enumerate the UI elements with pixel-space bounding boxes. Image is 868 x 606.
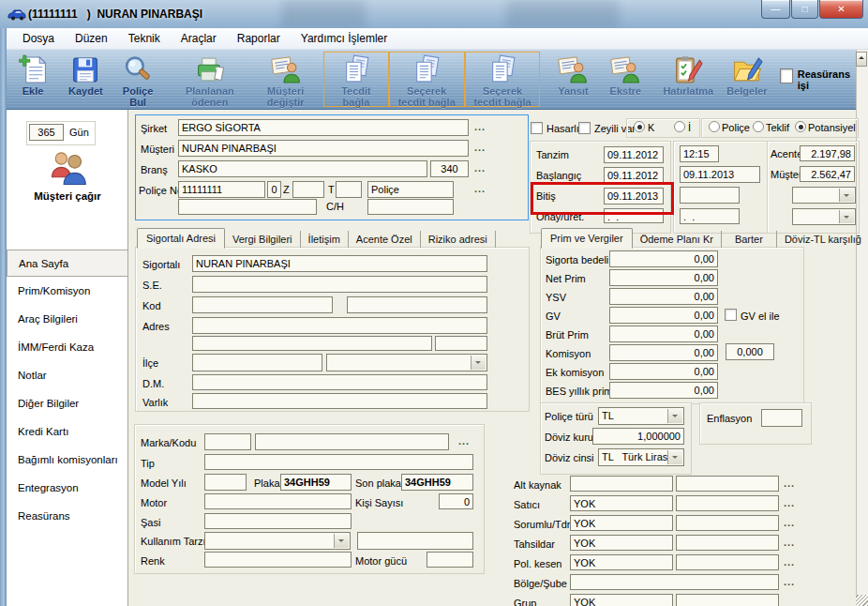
brans-field[interactable]: KASKO — [178, 160, 427, 177]
adres-field-1[interactable] — [192, 317, 487, 334]
scrollbar-up-arrow-icon[interactable] — [856, 52, 867, 67]
brut-prim-field[interactable]: 0,00 — [609, 326, 718, 342]
pol-kesen-lookup-button[interactable]: ... — [784, 556, 795, 568]
se-field[interactable] — [192, 276, 487, 293]
sidebar-item-kredi-karti[interactable]: Kredi Kartı — [7, 418, 128, 446]
marka-kodu-field[interactable] — [204, 433, 251, 450]
komisyon-oran-field[interactable]: 0,000 — [726, 343, 774, 360]
secerek-tecdit-bagla-button-2[interactable]: Seçerek tecdit bağla — [465, 52, 541, 107]
varlik-field[interactable] — [192, 393, 487, 409]
teklif-radio[interactable] — [753, 121, 764, 132]
hatirlatma-button[interactable]: Hatırlatma — [656, 52, 720, 107]
musteri-amount-field[interactable]: 2.562,47 — [800, 166, 855, 182]
alt-kaynak-field-1[interactable] — [570, 476, 673, 492]
tecdit-bagla-button[interactable]: Tecdit bağla — [323, 52, 389, 107]
onay-date-field[interactable]: . . — [604, 208, 664, 223]
tanzim-time-field[interactable]: 12:15 — [680, 145, 719, 162]
maximize-button[interactable]: □ — [791, 0, 818, 19]
sidebar-item-bagimli-komisyonlari[interactable]: Bağımlı komisyonları — [7, 447, 128, 474]
tab-sigortali-adresi[interactable]: Sigortalı Adresi — [137, 228, 225, 249]
tab-doviz-tl-karsiligi[interactable]: Döviz-TL karşılığ — [777, 231, 868, 248]
kaydet-button[interactable]: Kaydet — [62, 52, 110, 107]
tab-iletisim[interactable]: İletişim — [301, 231, 349, 248]
adres-field-2[interactable] — [192, 336, 432, 351]
musteri-field[interactable]: NURAN PINARBAŞI — [178, 140, 469, 157]
chevron-down-icon[interactable] — [839, 210, 854, 223]
brans-kodu-field[interactable]: 340 — [430, 160, 469, 177]
dm-field[interactable] — [192, 374, 487, 390]
menu-item-dosya[interactable]: Dosya — [12, 30, 65, 47]
baslangic-date-field[interactable]: 09.11.2012 — [604, 167, 664, 184]
police-no-lookup-button[interactable]: ... — [474, 183, 486, 194]
minimize-button[interactable]: — — [761, 0, 790, 19]
brans-lookup-button[interactable]: ... — [474, 162, 486, 174]
kullanim-tarzi-extra-field[interactable] — [357, 532, 473, 550]
sorumlu-tdr-lookup-button[interactable]: ... — [784, 517, 795, 528]
alt-kaynak-field-2[interactable] — [676, 476, 779, 492]
zeyili-var-checkbox[interactable] — [578, 122, 591, 134]
komisyon-field[interactable]: 0,00 — [609, 344, 718, 361]
doviz-kuru-field[interactable]: 1,000000 — [592, 428, 684, 445]
hasarli-checkbox[interactable] — [531, 122, 543, 134]
reasurans-isi-checkbox[interactable] — [780, 68, 793, 83]
son-plaka-field[interactable]: 34GHH59 — [401, 474, 473, 491]
tahsildar-field-1[interactable]: YOK — [570, 535, 673, 551]
menu-item-yardimci-islemler[interactable]: Yardımcı İşlemler — [291, 30, 397, 47]
sigortali-field[interactable]: NURAN PINARBAŞI — [192, 255, 487, 272]
tab-barter[interactable]: Barter — [722, 231, 777, 248]
baslangic-bitis-date-field[interactable]: 09.11.2013 — [680, 166, 760, 183]
planlanan-odenen-button[interactable]: Planlanan ödenen — [172, 52, 247, 107]
police-extra-field[interactable] — [178, 199, 317, 215]
menu-item-duzen[interactable]: Düzen — [65, 30, 118, 47]
k-radio[interactable] — [634, 121, 645, 132]
sigorta-bedeli-field[interactable]: 0,00 — [609, 250, 718, 267]
sorumlu-tdr-field-2[interactable] — [676, 515, 779, 531]
chevron-down-icon[interactable] — [471, 356, 486, 370]
kod-field-1[interactable] — [192, 296, 333, 313]
bitis-date-field[interactable]: 09.11.2013 — [604, 188, 664, 205]
sasi-field[interactable] — [204, 513, 352, 529]
ekle-button[interactable]: Ekle — [9, 52, 56, 107]
renk-field[interactable] — [204, 552, 352, 568]
musteri-lookup-button[interactable]: ... — [474, 142, 486, 153]
police-no-field[interactable]: 11111111 — [178, 181, 265, 198]
sidebar-item-arac-bilgileri[interactable]: Araç Bilgileri — [7, 306, 128, 333]
ilce-field[interactable] — [192, 354, 322, 371]
i-radio[interactable] — [674, 121, 685, 132]
plaka-field[interactable]: 34GHH59 — [280, 474, 352, 491]
marka-lookup-button[interactable]: ... — [458, 435, 470, 447]
days-input[interactable]: 365 — [29, 124, 64, 141]
potansiyel-radio[interactable] — [795, 121, 806, 132]
musteri-cagir-button[interactable]: Müşteri çağır — [21, 150, 114, 203]
sidebar-item-notlar[interactable]: Notlar — [7, 362, 128, 389]
police-radio[interactable] — [709, 121, 720, 132]
sidebar-item-entegrasyon[interactable]: Entegrasyon — [7, 475, 128, 502]
tahsildar-field-2[interactable] — [676, 535, 779, 551]
ysv-field[interactable]: 0,00 — [609, 288, 718, 305]
marka-adi-field[interactable] — [255, 433, 449, 450]
pol-kesen-field-2[interactable] — [676, 554, 779, 570]
ilce-combo[interactable] — [326, 354, 487, 371]
police-bul-button[interactable]: Poliçe Bul — [110, 52, 167, 107]
sidebar-item-reasurans[interactable]: Reasürans — [7, 503, 128, 530]
adres-field-3[interactable] — [435, 336, 487, 351]
ch-field[interactable] — [367, 199, 454, 215]
motor-field[interactable] — [204, 493, 352, 509]
chevron-down-icon[interactable] — [334, 534, 349, 548]
doviz-cinsi-combo[interactable]: TL Türk Lirası — [598, 448, 684, 466]
yansit-button[interactable]: Yansıt — [549, 52, 596, 107]
bolge-sube-field[interactable] — [570, 574, 779, 590]
sirket-field[interactable]: ERGO SİGORTA — [178, 119, 469, 136]
tab-prim-ve-vergiler[interactable]: Prim ve Vergiler — [541, 228, 633, 249]
ek-komisyon-field[interactable]: 0,00 — [609, 363, 718, 380]
gv-field[interactable]: 0,00 — [609, 307, 718, 324]
belgeler-button[interactable]: Belgeler — [720, 52, 773, 107]
close-button[interactable]: ✕ — [819, 0, 863, 19]
kod-field-2[interactable] — [347, 296, 487, 313]
sidebar-item-prim-komisyon[interactable]: Prim/Komisyon — [7, 278, 128, 305]
t-field[interactable] — [336, 181, 362, 198]
sidebar-item-diger-bilgiler[interactable]: Diğer Bilgiler — [7, 390, 128, 417]
onay-date-field-2[interactable]: . . — [680, 208, 740, 224]
police-turu-combo[interactable]: TL — [598, 407, 684, 425]
acente-amount-field[interactable]: 2.197,98 — [800, 145, 855, 161]
